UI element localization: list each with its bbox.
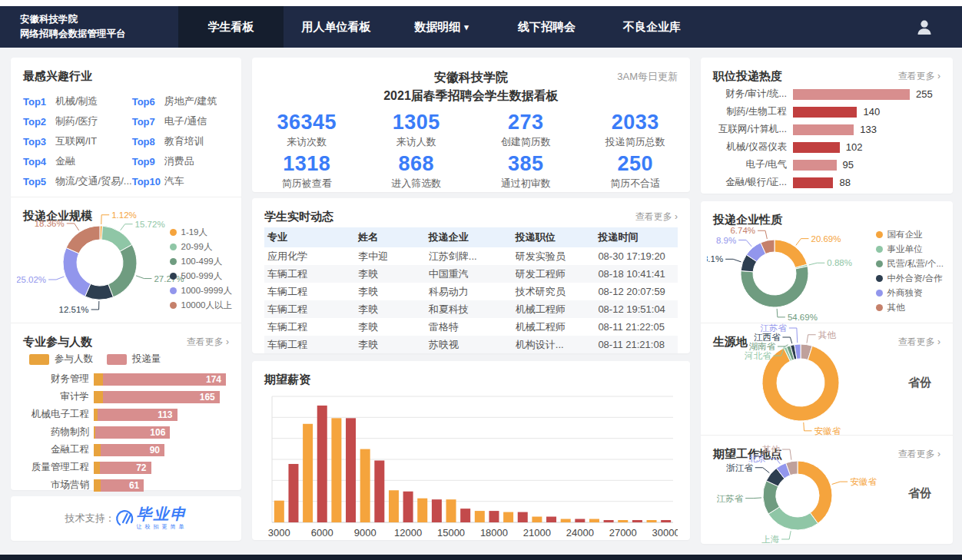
legend-item[interactable]: 100-499人 [170,254,233,269]
major-bar[interactable]: 72 [94,462,151,474]
salary-bar[interactable] [303,424,313,522]
salary-bar[interactable] [460,509,470,522]
interest-item[interactable]: Top8教育培训 [132,131,229,151]
origin-more-link[interactable]: 查看更多 › [898,336,940,349]
legend-item[interactable]: 投递量 [107,353,161,366]
salary-bar[interactable] [432,499,442,522]
salary-bar[interactable] [389,490,399,522]
major-label: 药物制剂 [23,426,89,439]
legend-item[interactable]: 500-999人 [170,269,233,283]
donut-segment-100-499人[interactable] [108,244,137,297]
salary-bar[interactable] [604,520,614,522]
legend-item[interactable]: 参与人数 [29,353,93,366]
salary-bar[interactable] [274,501,284,522]
legend-item[interactable]: 10000人以上 [170,298,233,313]
interest-item[interactable]: Top3互联网/IT [23,131,132,151]
legend-item[interactable]: 民营/私营/个... [876,257,944,271]
salary-bar[interactable] [546,517,556,522]
heat-bar-row: 互联网/计算机...133 [701,121,953,138]
legend-item[interactable]: 其他 [876,300,944,315]
donut-segment-1000-9999人[interactable] [63,248,91,297]
nav-tab-2[interactable]: 用人单位看板 [284,6,389,48]
user-account-button[interactable] [916,6,933,48]
major-bar[interactable]: 61 [94,479,144,492]
salary-bar[interactable] [346,418,356,522]
legend-item[interactable]: 外商独资 [876,286,944,300]
nav-tab-4[interactable]: 线下招聘会 [494,6,599,48]
major-bar[interactable]: 113 [94,409,177,421]
salary-bar[interactable] [589,519,599,522]
salary-bar[interactable] [618,520,628,522]
salary-bar[interactable] [360,449,370,522]
legend-dot [170,287,177,294]
donut-segment-上海[interactable] [768,507,818,530]
salary-bar[interactable] [403,492,413,522]
salary-bar[interactable] [661,520,671,522]
heat-bar[interactable] [793,160,837,171]
salary-bar[interactable] [532,517,542,522]
salary-bar[interactable] [475,511,485,522]
salary-bar[interactable] [446,499,456,522]
legend-item[interactable]: 国有企业 [876,227,944,242]
interest-item[interactable]: Top4金融 [23,151,132,171]
salary-bar[interactable] [288,464,298,522]
donut-label: 25.02% [17,275,46,284]
heat-bar[interactable] [793,142,840,153]
nav-tab-1[interactable]: 学生看板 [178,6,284,48]
salary-bar[interactable] [561,519,571,522]
salary-bar[interactable] [417,499,427,522]
salary-bar[interactable] [374,460,384,522]
interest-item[interactable]: Top1机械/制造 [23,91,132,111]
interest-industries-list: Top1机械/制造Top2制药/医疗Top3互联网/ITTop4金融Top5物流… [23,85,229,196]
legend-item[interactable]: 事业单位 [876,242,944,257]
major-bar[interactable]: 165 [94,391,220,403]
table-row[interactable]: 车辆工程李映中国重汽研发工程师08-18 10:41:41 [264,265,678,283]
legend-dot [876,304,883,311]
heat-bar[interactable] [793,89,910,100]
interest-item[interactable]: Top5物流/交通/贸易/... [23,171,132,191]
table-row[interactable]: 车辆工程李映和夏科技机械工程师08-12 19:51:04 [264,300,678,318]
interest-item[interactable]: Top2制药/医疗 [23,111,132,131]
position-heat-more-link[interactable]: 查看更多 › [898,70,940,83]
table-row[interactable]: 应用化学李中迎江苏剑牌...研发实验员08-30 17:19:20 [264,247,678,265]
nav-tab-5[interactable]: 不良企业库 [599,6,705,48]
salary-bar[interactable] [503,512,513,522]
legend-item[interactable]: 1-19人 [170,225,233,240]
salary-bar[interactable] [632,520,642,522]
legend-item[interactable]: 1000-9999人 [170,283,233,298]
donut-segment-国有企业[interactable] [775,240,807,268]
major-bar[interactable]: 174 [94,373,226,386]
interest-item[interactable]: Top6房地产/建筑 [132,91,229,111]
donut-segment-民营/私营/个...[interactable] [741,267,808,307]
nav-tab-3[interactable]: 数据明细▾ [389,6,494,48]
interest-item[interactable]: Top7电子/通信 [132,111,229,131]
x-tick-label: 12000 [394,527,422,538]
student-activity-more-link[interactable]: 查看更多 › [635,210,678,224]
salary-bar[interactable] [647,520,657,522]
heat-bar[interactable] [793,107,857,118]
salary-bar[interactable] [575,519,585,522]
salary-bar[interactable] [489,511,499,522]
legend-item[interactable]: 20-99人 [170,240,233,254]
table-row[interactable]: 车辆工程李映苏映视机构设计...08-11 21:21:08 [264,336,678,353]
legend-item[interactable]: 中外合资/合作 [876,271,944,286]
heat-bar[interactable] [793,124,854,135]
major-participation-more-link[interactable]: 查看更多 › [187,336,229,349]
workplace-more-link[interactable]: 查看更多 › [898,448,940,461]
major-bar[interactable]: 106 [94,426,170,439]
major-bar[interactable]: 90 [94,444,164,456]
table-row[interactable]: 车辆工程李映科易动力技术研究员08-12 20:07:59 [264,283,678,300]
interest-industries-title: 最感兴趣行业 [23,69,92,84]
stat-label: 简历被查看 [252,177,362,191]
interest-item[interactable]: Top10汽车 [132,171,229,191]
donut-segment-10000人以上[interactable] [66,226,100,253]
salary-bar[interactable] [518,512,528,522]
stat-value: 36345 [252,111,362,134]
salary-bar[interactable] [317,406,327,522]
table-row[interactable]: 车辆工程李映雷格特机械工程师08-11 21:22:05 [264,318,678,336]
origin-donut-svg: 其他安徽省河北省湖南省江西省江苏省 [707,323,891,437]
donut-segment-安徽省[interactable] [798,461,832,523]
salary-bar[interactable] [331,418,341,522]
interest-item[interactable]: Top9消费品 [132,151,229,171]
heat-bar[interactable] [793,177,833,188]
